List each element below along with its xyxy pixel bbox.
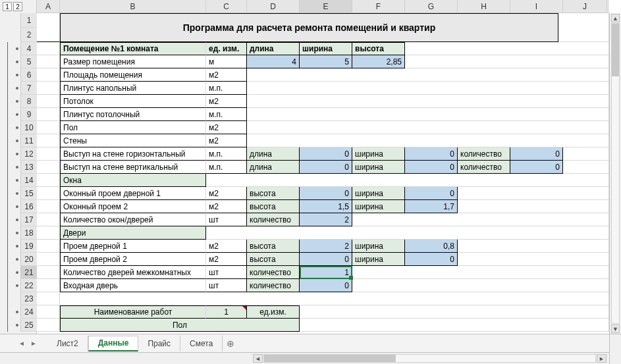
cell-c11[interactable]: м2: [206, 134, 247, 147]
cell-blank[interactable]: [405, 55, 609, 68]
cell-b13[interactable]: Выступ на стене вертикальный: [60, 161, 206, 174]
cell-b8[interactable]: Потолок: [60, 95, 206, 108]
cell-a5[interactable]: [37, 55, 60, 68]
row-header-6[interactable]: 6: [21, 68, 37, 82]
cell-f15[interactable]: ширина: [352, 187, 405, 200]
cell-d22[interactable]: количество: [247, 279, 300, 292]
cell-i12[interactable]: 0: [510, 147, 563, 161]
cell-b21[interactable]: Количество дверей межкомнатных: [60, 266, 206, 279]
sheet-tab-1[interactable]: Лист2: [47, 336, 88, 351]
title-cell[interactable]: Программа для расчета ремонта помещений …: [60, 13, 558, 42]
cell-e22[interactable]: 0: [300, 279, 352, 292]
cell-b20[interactable]: Проем дверной 2: [60, 253, 206, 266]
row-header-14[interactable]: 14: [21, 174, 37, 187]
cell-blank[interactable]: [352, 279, 609, 292]
cell-g16[interactable]: 1,7: [405, 200, 458, 213]
cell-a20[interactable]: [37, 253, 60, 266]
col-header-G[interactable]: G: [405, 0, 458, 13]
cell-h12[interactable]: количество: [458, 147, 510, 161]
cell-i13[interactable]: 0: [510, 161, 563, 174]
cell-c7[interactable]: м.п.: [206, 82, 247, 95]
cell-blank[interactable]: [300, 319, 609, 332]
cell-d12[interactable]: длина: [247, 147, 300, 161]
cell-d20[interactable]: высота: [247, 253, 300, 266]
cell-blank[interactable]: [206, 174, 609, 187]
add-sheet-button[interactable]: ⊕: [223, 338, 238, 349]
cell-c15[interactable]: м2: [206, 187, 247, 200]
cell-g12[interactable]: 0: [405, 147, 458, 161]
cell-blank[interactable]: [558, 13, 609, 42]
cell-b12[interactable]: Выступ на стене горизонтальный: [60, 147, 206, 161]
hdr-height[interactable]: высота: [352, 42, 405, 55]
col-header-B[interactable]: B: [60, 0, 206, 13]
cell-blank[interactable]: [247, 68, 609, 82]
cell-h13[interactable]: количество: [458, 161, 510, 174]
cell-blank[interactable]: [352, 266, 609, 279]
cell-b14[interactable]: Окна: [60, 174, 206, 187]
cell-a14[interactable]: [37, 174, 60, 187]
cell-blank[interactable]: [563, 147, 609, 161]
row-header-13[interactable]: 13: [21, 161, 37, 174]
sheet-tab-3[interactable]: Прайс: [138, 336, 180, 351]
row-header-12[interactable]: 12: [21, 147, 37, 161]
cell-c5[interactable]: м: [206, 55, 247, 68]
cell-b5[interactable]: Размер помещения: [60, 55, 206, 68]
cell-blank[interactable]: [247, 95, 609, 108]
cell-c22[interactable]: шт: [206, 279, 247, 292]
cell-blank[interactable]: [247, 82, 609, 95]
col-header-J[interactable]: J: [563, 0, 607, 13]
cell-c13[interactable]: м.п.: [206, 161, 247, 174]
cell-blank[interactable]: [300, 305, 609, 319]
cell-a16[interactable]: [37, 200, 60, 213]
cell-a25[interactable]: [37, 319, 60, 332]
row-header-8[interactable]: 8: [21, 95, 37, 108]
cell-blank[interactable]: [458, 187, 609, 200]
outline-level-2[interactable]: 2: [13, 2, 22, 11]
tab-nav-prev-icon[interactable]: ◄: [16, 338, 28, 350]
cell-f19[interactable]: ширина: [352, 240, 405, 253]
cell-c21[interactable]: шт: [206, 266, 247, 279]
cell-a23[interactable]: [37, 292, 60, 305]
row-header-16[interactable]: 16: [21, 200, 37, 213]
cell-b17[interactable]: Количество окон/дверей: [60, 213, 206, 226]
cell-a15[interactable]: [37, 187, 60, 200]
cell-c16[interactable]: м2: [206, 200, 247, 213]
scroll-right-icon[interactable]: ►: [597, 354, 607, 363]
cell-d17[interactable]: количество: [247, 213, 300, 226]
cell-d5[interactable]: 4: [247, 55, 300, 68]
cell-c20[interactable]: м2: [206, 253, 247, 266]
cell-a8[interactable]: [37, 95, 60, 108]
cell-b22[interactable]: Входная дверь: [60, 279, 206, 292]
cell-e20[interactable]: 0: [300, 253, 352, 266]
cell-e5[interactable]: 5: [300, 55, 352, 68]
outline-level-1[interactable]: 1: [3, 2, 12, 11]
cell-a13[interactable]: [37, 161, 60, 174]
col-header-H[interactable]: H: [458, 0, 510, 13]
cell-b18[interactable]: Двери: [60, 226, 206, 240]
row-header-2[interactable]: 2: [21, 28, 37, 42]
row-header-10[interactable]: 10: [21, 121, 37, 134]
row-header-23[interactable]: 23: [21, 292, 37, 305]
cell-a12[interactable]: [37, 147, 60, 161]
scroll-up-icon[interactable]: ▲: [611, 14, 620, 22]
row-header-21[interactable]: 21: [21, 266, 37, 279]
row-header-17[interactable]: 17: [21, 213, 37, 226]
hdr-unit[interactable]: ед. изм.: [206, 42, 247, 55]
cell-c10[interactable]: м2: [206, 121, 247, 134]
cell-d21[interactable]: количество: [247, 266, 300, 279]
sheet-tab-4[interactable]: Смета: [180, 336, 223, 351]
hdr-floor[interactable]: Пол: [60, 319, 300, 332]
cell-a21[interactable]: [37, 266, 60, 279]
cell-blank[interactable]: [60, 292, 609, 305]
cell-c12[interactable]: м.п.: [206, 147, 247, 161]
cell-blank[interactable]: [405, 42, 609, 55]
cell-blank[interactable]: [563, 161, 609, 174]
sheet-tab-2[interactable]: Данные: [88, 336, 139, 351]
col-header-D[interactable]: D: [247, 0, 300, 13]
cell-f16[interactable]: ширина: [352, 200, 405, 213]
scroll-left-icon[interactable]: ◄: [253, 354, 263, 363]
cell-c6[interactable]: м2: [206, 68, 247, 82]
cell-a7[interactable]: [37, 82, 60, 95]
cell-blank[interactable]: [458, 240, 609, 253]
row-header-25[interactable]: 25: [21, 319, 37, 332]
